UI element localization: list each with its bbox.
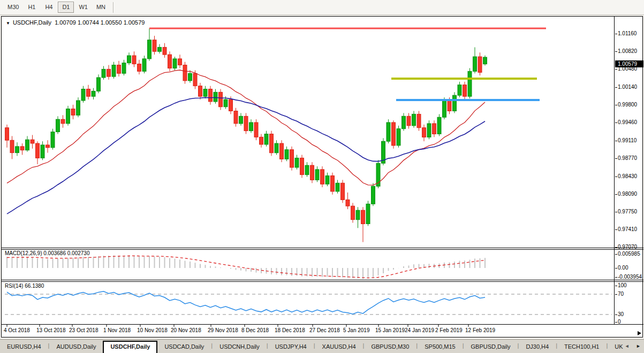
candle — [402, 116, 406, 128]
candle — [36, 143, 40, 158]
candle — [264, 134, 268, 145]
chevron-down-icon[interactable]: ▼ — [6, 21, 10, 26]
candle — [229, 99, 233, 111]
candle — [77, 101, 80, 115]
chart-tab-eurusd-h4[interactable]: EURUSD,H4 — [0, 341, 48, 353]
candle — [397, 129, 400, 145]
chart-tab-audusd-daily[interactable]: AUDUSD,Daily — [49, 341, 103, 353]
chart-tab-dj30-h4[interactable]: DJ30,H4 — [519, 341, 556, 353]
tab-scroll-left-icon[interactable]: ◄ — [625, 343, 630, 349]
candle — [280, 143, 284, 159]
time-axis-label: 12 Feb 2019 — [465, 327, 495, 333]
candle — [46, 145, 50, 148]
timeframe-button-MN[interactable]: MN — [93, 2, 109, 13]
candle — [336, 183, 339, 191]
candle — [463, 85, 467, 97]
tab-scroll-right-icon[interactable]: ► — [636, 343, 641, 349]
timeframe-button-D1[interactable]: D1 — [58, 2, 74, 13]
rsi-axis-label: 100 — [618, 282, 627, 288]
candle — [26, 140, 29, 150]
rsi-axis-label: 0 — [618, 319, 621, 325]
timeframe-button-W1[interactable]: W1 — [75, 2, 92, 13]
candle — [5, 128, 9, 140]
chart-tab-gbpusd-daily[interactable]: GBPUSD,Daily — [464, 341, 518, 353]
macd-indicator-label: MACD(12,26,9) 0.003686 0.002730 — [5, 250, 89, 256]
candle — [142, 59, 146, 71]
price-axis-label: 0.97070 — [618, 244, 637, 250]
chart-tab-usdchf-daily[interactable]: USDCHF,Daily — [103, 341, 157, 353]
trading-app: M30H1H4D1W1MN ▼USDCHF,Daily 1.00709 1.00… — [0, 0, 644, 353]
price-axis-label: 0.99460 — [618, 119, 637, 125]
candle — [56, 119, 60, 132]
chart-tab-usdcnh-daily[interactable]: USDCNH,Daily — [213, 341, 267, 353]
candle — [81, 89, 85, 101]
price-axis-label: 0.97750 — [618, 209, 637, 214]
candle — [173, 59, 177, 68]
price-axis-label: 0.99800 — [618, 102, 637, 108]
candle — [275, 143, 278, 153]
candle — [10, 140, 14, 152]
candle — [188, 73, 192, 81]
candle — [427, 124, 431, 137]
candle — [61, 119, 65, 124]
time-axis-label: 4 Oct 2018 — [4, 327, 30, 333]
timeframe-button-H4[interactable]: H4 — [41, 2, 57, 13]
chart-window: ▼USDCHF,Daily 1.00709 1.00744 1.00550 1.… — [1, 16, 643, 337]
candle — [214, 92, 217, 102]
chart-tab-usdcad-daily[interactable]: USDCAD,Daily — [157, 341, 211, 353]
candle — [163, 47, 166, 55]
price-axis-label: 0.98090 — [618, 191, 637, 197]
timeframe-toolbar: M30H1H4D1W1MN — [0, 0, 644, 15]
price-axis-label: 0.98430 — [618, 173, 637, 179]
chart-tab-usdjpy-h4[interactable]: USDJPY,H4 — [268, 341, 314, 353]
candle — [407, 116, 411, 126]
candle — [87, 89, 90, 97]
candle — [417, 114, 421, 127]
candle — [483, 57, 487, 64]
rsi-axis-label: 70 — [618, 291, 624, 297]
candle — [249, 122, 253, 131]
candle — [422, 128, 426, 137]
timeframe-button-H1[interactable]: H1 — [24, 2, 40, 13]
candle — [71, 109, 75, 116]
candle — [158, 47, 162, 51]
candle — [331, 176, 335, 191]
candle — [41, 145, 44, 158]
chart-tab-xauusd-h4[interactable]: XAUUSD,H4 — [315, 341, 363, 353]
time-axis-label: 5 Jan 2019 — [343, 327, 370, 333]
rsi-indicator-label: RSI(14) 66.1380 — [5, 283, 44, 289]
chart-tab-bar: EURUSD,H4|AUDUSD,DailyUSDCHF,DailyUSDCAD… — [0, 339, 644, 353]
time-axis-label: 27 Dec 2018 — [309, 327, 340, 333]
candle — [310, 165, 314, 180]
candle — [97, 78, 101, 91]
rsi-axis-label: 30 — [618, 311, 624, 317]
price-chart[interactable] — [2, 17, 643, 338]
time-axis-label: 29 Nov 2018 — [208, 327, 238, 333]
candle — [66, 109, 70, 124]
candle — [16, 147, 19, 153]
candle — [112, 65, 116, 77]
candle — [199, 86, 202, 97]
chart-header: ▼USDCHF,Daily 1.00709 1.00744 1.00550 1.… — [6, 19, 145, 26]
macd-axis-label: 0.00 — [618, 265, 628, 271]
candle — [341, 183, 345, 199]
candle — [183, 65, 187, 81]
time-axis-label: 2 Feb 2019 — [435, 327, 463, 333]
candle — [122, 63, 126, 74]
timeframe-button-M30[interactable]: M30 — [4, 2, 22, 13]
candle — [132, 56, 136, 64]
time-axis-label: 24 Jan 2019 — [405, 327, 434, 333]
candle — [351, 206, 355, 219]
candle — [392, 122, 396, 145]
candle — [127, 56, 131, 63]
candle — [285, 150, 289, 159]
price-axis-label: 0.97410 — [618, 226, 637, 232]
time-axis-label: 23 Oct 2018 — [69, 327, 98, 333]
chart-tab-tech100-h1[interactable]: TECH100,H1 — [557, 341, 606, 353]
chart-tab-sp500-m15[interactable]: SP500,M15 — [418, 341, 462, 353]
chart-tab-gbpusd-m30[interactable]: GBPUSD,M30 — [364, 341, 416, 353]
current-price-box: 1.00579 — [615, 60, 643, 67]
candle — [203, 89, 207, 97]
time-axis-label: 20 Nov 2018 — [171, 327, 201, 333]
candle — [433, 124, 436, 134]
